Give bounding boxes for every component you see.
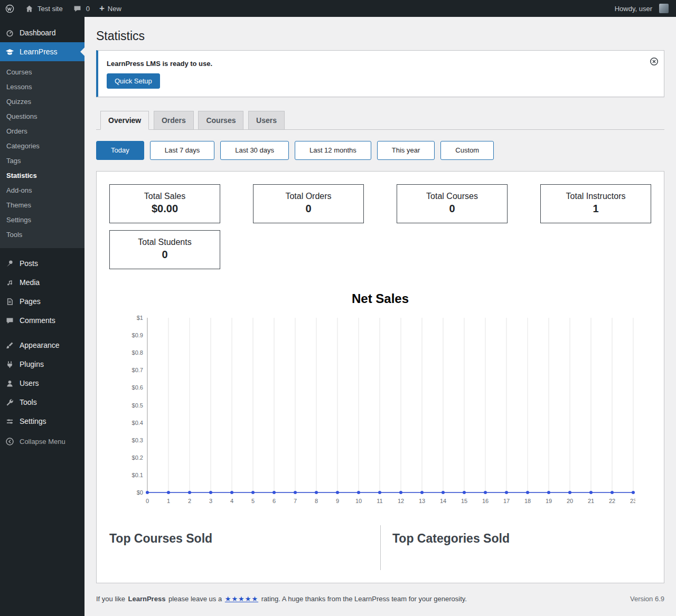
stat-label: Total Sales bbox=[114, 192, 215, 201]
learnpress-submenu: Courses Lessons Quizzes Questions Orders… bbox=[0, 61, 84, 248]
statistics-panel: Total Sales $0.00 Total Orders 0 Total C… bbox=[96, 171, 664, 583]
top-categories-section: Top Categories Sold bbox=[380, 525, 651, 570]
filter-this-year[interactable]: This year bbox=[377, 141, 435, 160]
svg-text:$0.8: $0.8 bbox=[132, 349, 143, 356]
version-label: Version 6.9 bbox=[630, 595, 664, 603]
sidebar-item-orders[interactable]: Orders bbox=[0, 124, 84, 139]
sidebar-item-lessons[interactable]: Lessons bbox=[0, 80, 84, 94]
svg-text:7: 7 bbox=[294, 498, 297, 504]
graduation-cap-icon bbox=[4, 46, 15, 57]
menu-separator bbox=[0, 330, 84, 336]
svg-text:22: 22 bbox=[609, 498, 615, 504]
comments-indicator[interactable]: 0 bbox=[72, 3, 90, 14]
sidebar-item-lp-tools[interactable]: Tools bbox=[0, 228, 84, 242]
top-courses-section: Top Courses Sold bbox=[109, 525, 380, 570]
svg-text:5: 5 bbox=[251, 498, 255, 504]
footer-brand: LearnPress bbox=[128, 595, 166, 603]
svg-text:11: 11 bbox=[377, 498, 382, 504]
stat-value: 0 bbox=[114, 249, 215, 261]
stat-label: Total Instructors bbox=[545, 192, 646, 201]
sidebar-item-label: Tools bbox=[20, 398, 37, 406]
main-content: Statistics LearnPress LMS is ready to us… bbox=[84, 17, 676, 615]
sidebar-item-appearance[interactable]: Appearance bbox=[0, 336, 84, 355]
sidebar-item-tags[interactable]: Tags bbox=[0, 154, 84, 168]
rating-stars-link[interactable]: ★★★★★ bbox=[225, 595, 258, 603]
sidebar-item-courses[interactable]: Courses bbox=[0, 65, 84, 80]
stat-label: Total Orders bbox=[258, 192, 359, 201]
user-icon bbox=[4, 378, 15, 388]
sidebar-item-plugins[interactable]: Plugins bbox=[0, 355, 84, 374]
dismiss-notice-button[interactable] bbox=[650, 57, 659, 66]
filter-custom[interactable]: Custom bbox=[440, 141, 494, 160]
admin-sidebar: Dashboard LearnPress Courses Lessons Qui… bbox=[0, 17, 84, 616]
sidebar-item-dashboard[interactable]: Dashboard bbox=[0, 23, 84, 42]
sidebar-item-label: Plugins bbox=[20, 360, 44, 368]
stat-card-total-instructors: Total Instructors 1 bbox=[540, 184, 651, 223]
svg-text:18: 18 bbox=[524, 498, 531, 504]
avatar bbox=[659, 4, 669, 13]
sidebar-item-comments[interactable]: Comments bbox=[0, 311, 84, 330]
plus-icon: + bbox=[99, 4, 105, 13]
svg-text:$0.3: $0.3 bbox=[132, 437, 143, 443]
statistics-tabs: Overview Orders Courses Users bbox=[96, 111, 664, 130]
notice-message: LearnPress LMS is ready to use. bbox=[107, 60, 643, 68]
svg-text:15: 15 bbox=[461, 498, 467, 504]
new-label: New bbox=[108, 5, 121, 13]
page-footer: If you like LearnPress please leave us a… bbox=[96, 583, 664, 615]
sidebar-item-label: Media bbox=[20, 278, 40, 287]
comments-count: 0 bbox=[86, 5, 90, 13]
stat-card-total-courses: Total Courses 0 bbox=[397, 184, 508, 223]
stat-value: 0 bbox=[258, 203, 359, 215]
admin-bar: Test site 0 + New Howdy, user bbox=[0, 0, 676, 17]
sidebar-item-categories[interactable]: Categories bbox=[0, 139, 84, 154]
sidebar-item-themes[interactable]: Themes bbox=[0, 198, 84, 213]
svg-text:17: 17 bbox=[503, 498, 510, 504]
tab-overview[interactable]: Overview bbox=[100, 111, 149, 130]
paintbrush-icon bbox=[4, 340, 15, 350]
pages-icon bbox=[4, 296, 15, 307]
media-icon bbox=[4, 277, 15, 288]
svg-text:$1: $1 bbox=[137, 315, 143, 321]
quick-setup-button[interactable]: Quick Setup bbox=[107, 73, 160, 89]
filter-today[interactable]: Today bbox=[96, 141, 144, 160]
tab-orders[interactable]: Orders bbox=[154, 111, 194, 130]
collapse-menu-button[interactable]: Collapse Menu bbox=[0, 432, 84, 451]
collapse-menu-label: Collapse Menu bbox=[20, 438, 65, 446]
sidebar-item-quizzes[interactable]: Quizzes bbox=[0, 94, 84, 109]
site-name-link[interactable]: Test site bbox=[24, 3, 63, 14]
filter-last-30-days[interactable]: Last 30 days bbox=[220, 141, 289, 160]
sidebar-item-questions[interactable]: Questions bbox=[0, 109, 84, 124]
sidebar-item-learnpress[interactable]: LearnPress bbox=[0, 42, 84, 61]
svg-text:20: 20 bbox=[567, 498, 573, 504]
stat-card-total-orders: Total Orders 0 bbox=[253, 184, 364, 223]
tab-courses[interactable]: Courses bbox=[198, 111, 243, 130]
sidebar-item-addons[interactable]: Add-ons bbox=[0, 183, 84, 198]
sidebar-item-media[interactable]: Media bbox=[0, 273, 84, 292]
svg-text:$0.1: $0.1 bbox=[132, 472, 143, 478]
admin-bar-left: Test site 0 + New bbox=[5, 3, 121, 14]
filter-last-12-months[interactable]: Last 12 months bbox=[295, 141, 371, 160]
sidebar-item-statistics[interactable]: Statistics bbox=[0, 168, 84, 183]
net-sales-chart: $0$0.1$0.2$0.3$0.4$0.5$0.6$0.7$0.8$0.9$1… bbox=[125, 312, 635, 510]
svg-text:8: 8 bbox=[315, 498, 318, 504]
new-content-button[interactable]: + New bbox=[99, 5, 121, 13]
net-sales-title: Net Sales bbox=[109, 291, 651, 306]
tab-users[interactable]: Users bbox=[248, 111, 285, 130]
filter-last-7-days[interactable]: Last 7 days bbox=[150, 141, 215, 160]
svg-text:19: 19 bbox=[546, 498, 552, 504]
svg-text:10: 10 bbox=[355, 498, 362, 504]
stat-cards: Total Sales $0.00 Total Orders 0 Total C… bbox=[109, 184, 651, 269]
svg-text:2: 2 bbox=[188, 498, 191, 504]
svg-text:14: 14 bbox=[440, 498, 446, 504]
sidebar-item-tools[interactable]: Tools bbox=[0, 393, 84, 412]
sidebar-item-settings[interactable]: Settings bbox=[0, 412, 84, 431]
sidebar-item-posts[interactable]: Posts bbox=[0, 254, 84, 273]
sidebar-item-label: Users bbox=[20, 379, 39, 387]
wordpress-logo-icon[interactable] bbox=[5, 4, 14, 13]
sidebar-item-label: Comments bbox=[20, 316, 55, 325]
sidebar-item-lp-settings[interactable]: Settings bbox=[0, 213, 84, 228]
svg-text:16: 16 bbox=[482, 498, 489, 504]
account-menu[interactable]: Howdy, user bbox=[615, 4, 669, 13]
sidebar-item-pages[interactable]: Pages bbox=[0, 292, 84, 311]
sidebar-item-users[interactable]: Users bbox=[0, 374, 84, 393]
